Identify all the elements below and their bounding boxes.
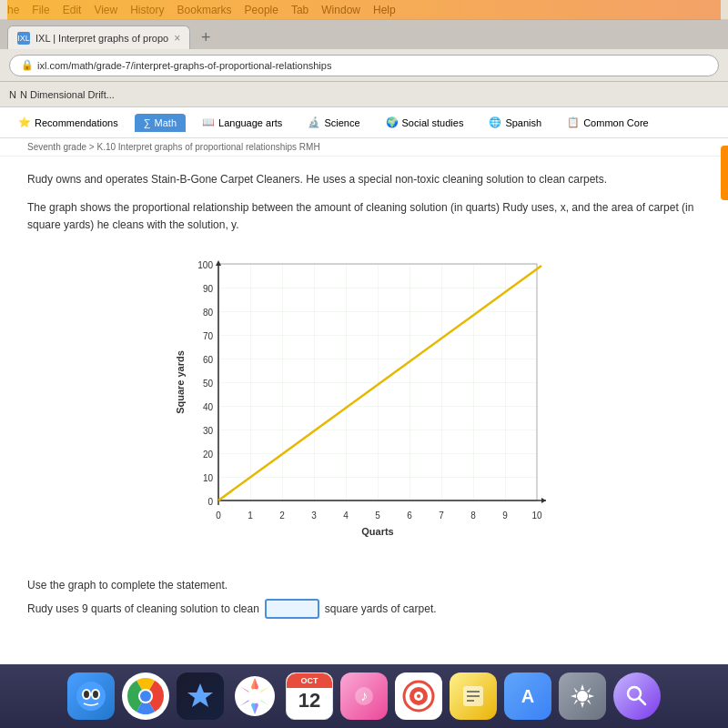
- new-tab-button[interactable]: +: [194, 25, 217, 49]
- url-input[interactable]: 🔒 ixl.com/math/grade-7/interpret-graphs-…: [9, 55, 719, 76]
- taskbar: OCT 12 ♪ A: [0, 664, 728, 728]
- x-label-8: 8: [470, 511, 476, 521]
- graph-wrapper: 0 10 20 30 40 50 60 70 80 90 100 0 1 2 3: [173, 246, 555, 546]
- y-label-20: 20: [203, 450, 214, 460]
- answer-row: Rudy uses 9 quarts of cleaning solution …: [27, 599, 701, 619]
- svg-text:♪: ♪: [360, 688, 368, 703]
- menu-tab[interactable]: Tab: [291, 4, 308, 16]
- math-icon: ∑: [144, 117, 151, 128]
- statement-before: Rudy uses 9 quarts of cleaning solution …: [27, 602, 259, 615]
- graph-svg: 0 10 20 30 40 50 60 70 80 90 100 0 1 2 3: [173, 246, 555, 546]
- menu-window[interactable]: Window: [321, 4, 360, 16]
- tab-recommendations[interactable]: ⭐ Recommendations: [9, 113, 127, 132]
- dock-system-settings[interactable]: [559, 672, 606, 720]
- question-prompt: Use the graph to complete the statement.: [27, 579, 701, 592]
- language-arts-icon: 📖: [202, 116, 215, 128]
- spanish-icon: 🌐: [489, 116, 501, 128]
- answer-input[interactable]: [265, 599, 319, 619]
- y-label-10: 10: [203, 473, 214, 483]
- menu-bookmarks[interactable]: Bookmarks: [177, 4, 232, 16]
- svg-point-9: [248, 689, 262, 703]
- svg-point-7: [140, 691, 151, 702]
- dock-itunes[interactable]: ♪: [340, 672, 388, 720]
- y-axis-label: Square yards: [175, 350, 186, 414]
- y-label-80: 80: [203, 308, 214, 318]
- bookmark-label: N Dimensional Drift...: [20, 89, 115, 100]
- tab-bar: IXL IXL | Interpret graphs of propo × +: [0, 20, 728, 49]
- menu-he[interactable]: he: [7, 4, 19, 16]
- graph-container: 0 10 20 30 40 50 60 70 80 90 100 0 1 2 3: [27, 246, 701, 546]
- tab-close[interactable]: ×: [174, 32, 180, 45]
- menu-history[interactable]: History: [130, 4, 164, 16]
- tab-math[interactable]: ∑ Math: [135, 114, 186, 132]
- statement-after: square yards of carpet.: [325, 602, 437, 615]
- tab-science[interactable]: 🔬 Science: [298, 113, 369, 132]
- bookmarks-bar: N N Dimensional Drift...: [0, 82, 728, 107]
- tab-label: IXL | Interpret graphs of propo: [35, 33, 168, 44]
- tab-social-studies[interactable]: 🌍 Social studies: [377, 113, 473, 132]
- calendar-month: OCT: [287, 673, 332, 688]
- menu-people[interactable]: People: [245, 4, 278, 16]
- main-content: Rudy owns and operates Stain-B-Gone Carp…: [0, 157, 728, 570]
- address-bar: 🔒 ixl.com/math/grade-7/interpret-graphs-…: [0, 49, 728, 82]
- svg-point-4: [93, 691, 98, 698]
- dock-rocket[interactable]: [177, 672, 224, 720]
- x-label-3: 3: [311, 511, 317, 521]
- svg-point-0: [76, 682, 106, 711]
- active-tab[interactable]: IXL IXL | Interpret graphs of propo ×: [7, 25, 190, 49]
- x-label-7: 7: [439, 511, 444, 521]
- dock-spotlight[interactable]: [613, 672, 661, 720]
- calendar-day: 12: [298, 688, 320, 714]
- dock-chrome[interactable]: [122, 672, 169, 720]
- svg-point-21: [577, 691, 588, 702]
- dock-appstore-app[interactable]: A: [504, 672, 551, 720]
- dock-calendar[interactable]: OCT 12: [286, 672, 333, 720]
- problem-intro: Rudy owns and operates Stain-B-Gone Carp…: [27, 171, 701, 188]
- x-axis-label: Quarts: [361, 526, 393, 537]
- social-studies-icon: 🌍: [386, 116, 399, 128]
- x-label-6: 6: [407, 511, 412, 521]
- y-label-100: 100: [197, 260, 213, 270]
- dock-finder[interactable]: [67, 672, 115, 720]
- x-arrow: [541, 498, 546, 503]
- x-label-4: 4: [343, 511, 349, 521]
- svg-line-23: [639, 698, 645, 704]
- y-arrow: [216, 260, 221, 266]
- recommendations-icon: ⭐: [18, 116, 31, 128]
- common-core-icon: 📋: [567, 116, 580, 128]
- breadcrumb-code: RMH: [299, 142, 320, 152]
- problem-description: The graph shows the proportional relatio…: [27, 199, 701, 234]
- menu-view[interactable]: View: [94, 4, 117, 16]
- breadcrumb-topic: K.10 Interpret graphs of proportional re…: [96, 142, 297, 152]
- menu-file[interactable]: File: [32, 4, 49, 16]
- breadcrumb: Seventh grade > K.10 Interpret graphs of…: [0, 138, 728, 157]
- dock-photos[interactable]: [231, 672, 278, 720]
- y-label-70: 70: [203, 331, 214, 341]
- y-label-30: 30: [203, 426, 214, 436]
- menu-edit[interactable]: Edit: [63, 4, 82, 16]
- y-label-0: 0: [207, 497, 213, 507]
- bookmark-dimensional-drift[interactable]: N N Dimensional Drift...: [9, 89, 115, 100]
- x-label-2: 2: [279, 511, 285, 521]
- y-label-60: 60: [203, 355, 214, 365]
- tab-common-core[interactable]: 📋 Common Core: [558, 113, 658, 132]
- menu-bar: he File Edit View History Bookmarks Peop…: [0, 0, 728, 20]
- tab-spanish[interactable]: 🌐 Spanish: [480, 113, 551, 132]
- tab-language-arts[interactable]: 📖 Language arts: [193, 113, 291, 132]
- menu-help[interactable]: Help: [373, 4, 396, 16]
- orange-sidebar[interactable]: [721, 146, 728, 200]
- page-content: ⭐ Recommendations ∑ Math 📖 Language arts…: [0, 107, 728, 672]
- svg-text:A: A: [521, 686, 534, 706]
- dock-notes-app[interactable]: [450, 672, 497, 720]
- science-icon: 🔬: [308, 116, 320, 128]
- x-label-10: 10: [531, 511, 542, 521]
- x-label-0: 0: [216, 511, 221, 521]
- lock-icon: 🔒: [21, 59, 34, 71]
- x-label-1: 1: [248, 511, 253, 521]
- answer-section: Use the graph to complete the statement.…: [0, 570, 728, 628]
- y-label-40: 40: [203, 402, 214, 412]
- url-text: ixl.com/math/grade-7/interpret-graphs-of…: [37, 60, 331, 71]
- dock-target-app[interactable]: [395, 672, 442, 720]
- browser: IXL IXL | Interpret graphs of propo × + …: [0, 20, 728, 107]
- breadcrumb-grade[interactable]: Seventh grade: [27, 142, 86, 152]
